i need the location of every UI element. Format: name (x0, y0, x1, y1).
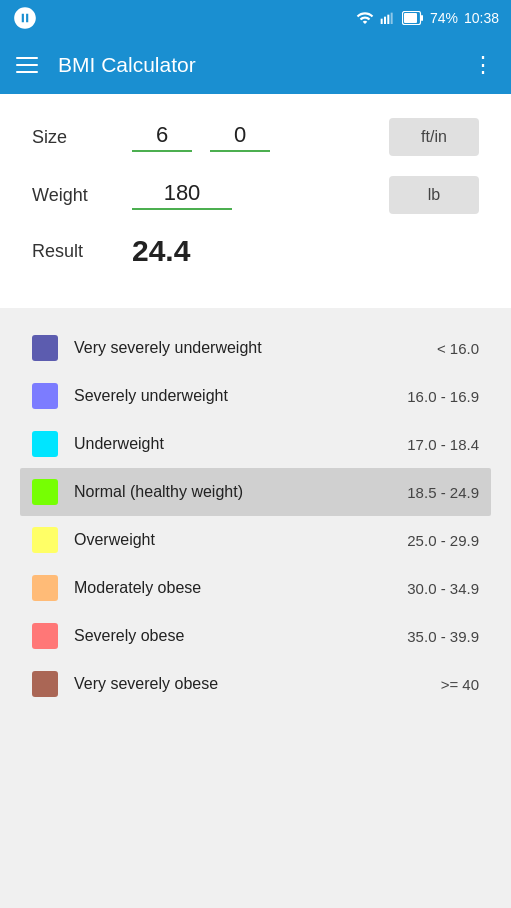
legend-category-name: Underweight (74, 435, 389, 453)
legend-range-value: 18.5 - 24.9 (389, 484, 479, 501)
weight-label: Weight (32, 185, 132, 206)
legend-category-name: Moderately obese (74, 579, 389, 597)
legend-row: Very severely obese>= 40 (20, 660, 491, 708)
size-feet-input[interactable] (132, 122, 192, 152)
main-content: Size ft/in Weight lb Result 24.4 (0, 94, 511, 308)
weight-fields (132, 180, 389, 210)
weight-unit-button[interactable]: lb (389, 176, 479, 214)
legend-category-name: Very severely obese (74, 675, 389, 693)
legend-row: Normal (healthy weight)18.5 - 24.9 (20, 468, 491, 516)
legend-color-box (32, 623, 58, 649)
size-label: Size (32, 127, 132, 148)
legend-color-box (32, 575, 58, 601)
result-label: Result (32, 241, 132, 262)
legend-color-box (32, 335, 58, 361)
svg-rect-5 (404, 13, 417, 23)
result-row: Result 24.4 (32, 234, 479, 288)
legend-row: Moderately obese30.0 - 34.9 (20, 564, 491, 612)
legend-range-value: 17.0 - 18.4 (389, 436, 479, 453)
legend-range-value: 16.0 - 16.9 (389, 388, 479, 405)
legend-color-box (32, 671, 58, 697)
legend-row: Underweight17.0 - 18.4 (20, 420, 491, 468)
more-options-button[interactable]: ⋮ (472, 52, 495, 78)
legend-row: Severely obese35.0 - 39.9 (20, 612, 491, 660)
svg-rect-2 (387, 15, 389, 24)
size-fields (132, 122, 389, 152)
legend-row: Severely underweight16.0 - 16.9 (20, 372, 491, 420)
legend-row: Very severely underweight< 16.0 (20, 324, 491, 372)
time-display: 10:38 (464, 10, 499, 26)
app-bar: BMI Calculator ⋮ (0, 36, 511, 94)
svg-rect-6 (421, 15, 423, 21)
status-bar-left (12, 5, 38, 31)
app-title: BMI Calculator (58, 53, 452, 77)
svg-rect-1 (384, 17, 386, 24)
legend-color-box (32, 383, 58, 409)
legend-range-value: 30.0 - 34.9 (389, 580, 479, 597)
legend-row: Overweight25.0 - 29.9 (20, 516, 491, 564)
legend-range-value: < 16.0 (389, 340, 479, 357)
legend-category-name: Very severely underweight (74, 339, 389, 357)
size-row: Size ft/in (32, 118, 479, 156)
battery-percent: 74% (430, 10, 458, 26)
svg-rect-0 (381, 19, 383, 24)
battery-icon (402, 11, 424, 25)
weight-row: Weight lb (32, 176, 479, 214)
legend-range-value: >= 40 (389, 676, 479, 693)
legend-section: Very severely underweight< 16.0Severely … (0, 308, 511, 724)
svg-rect-3 (391, 13, 393, 24)
weight-input[interactable] (132, 180, 232, 210)
status-right: 74% 10:38 (356, 9, 499, 27)
legend-category-name: Overweight (74, 531, 389, 549)
legend-category-name: Severely underweight (74, 387, 389, 405)
legend-range-value: 35.0 - 39.9 (389, 628, 479, 645)
signal-icon (380, 10, 396, 26)
status-bar: 74% 10:38 (0, 0, 511, 36)
legend-color-box (32, 431, 58, 457)
legend-category-name: Normal (healthy weight) (74, 483, 389, 501)
cat-icon (12, 5, 38, 31)
size-unit-button[interactable]: ft/in (389, 118, 479, 156)
wifi-icon (356, 9, 374, 27)
legend-color-box (32, 479, 58, 505)
legend-category-name: Severely obese (74, 627, 389, 645)
hamburger-menu-button[interactable] (16, 57, 38, 73)
legend-color-box (32, 527, 58, 553)
result-value: 24.4 (132, 234, 190, 268)
legend-range-value: 25.0 - 29.9 (389, 532, 479, 549)
size-inches-input[interactable] (210, 122, 270, 152)
